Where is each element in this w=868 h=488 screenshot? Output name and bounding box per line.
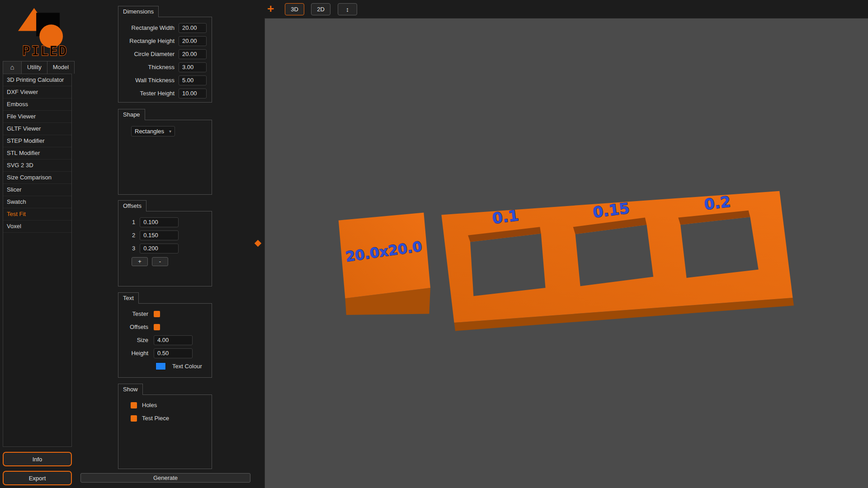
scene-canvas: 20.0x20.0 0.1 0.15 0.2 [265,19,868,488]
sidebar-item-size-comparison[interactable]: Size Comparison [3,172,71,184]
offset-row: 2 [118,229,212,242]
thickness-input[interactable] [179,62,207,72]
wall-thickness-label: Wall Thickness [135,77,175,84]
text-group: Tester Offsets Size Height Text Colour [118,303,212,378]
hole-1 [470,234,545,296]
sidebar-item-slicer[interactable]: Slicer [3,184,71,196]
hole-2 [576,225,654,286]
sidebar-item-svg-2-3d[interactable]: SVG 2 3D [3,160,71,172]
rectangle-width-input[interactable] [179,23,207,33]
add-offset-button[interactable]: + [132,257,148,266]
sidebar-item-swatch[interactable]: Swatch [3,196,71,208]
sidebar-item-file-viewer[interactable]: File Viewer [3,111,71,123]
show-holes-row: Holes [118,399,212,412]
shape-group: Rectangles ▾ [118,120,212,195]
sidebar-item-stl-modifier[interactable]: STL Modifier [3,147,71,160]
tester-height-label: Tester Height [140,90,175,97]
fit-view-button[interactable]: ↕ [338,3,357,15]
sidebar-list: 3D Printing Calculator DXF Viewer Emboss… [3,74,72,447]
home-icon: ⌂ [10,63,14,71]
export-button[interactable]: Export [3,471,72,485]
logo-text: PILED [22,43,67,59]
sidebar-item-emboss[interactable]: Emboss [3,99,71,111]
rectangle-width-label: Rectangle Width [132,24,175,31]
circle-diameter-input[interactable] [179,49,207,59]
tab-model[interactable]: Model [47,61,75,74]
wall-thickness-input[interactable] [179,75,207,85]
shape-dropdown-value: Rectangles [135,128,164,135]
hole-3-offset-label: 0.2 [703,192,732,213]
tester-text-label: Tester [118,310,148,317]
logo-graphic: PILED [18,6,71,59]
rectangle-height-input[interactable] [179,36,207,46]
sidebar-item-step-modifier[interactable]: STEP Modifier [3,135,71,147]
field-row: Tester Height [118,87,212,100]
sidebar-tabs: ⌂ Utility Model [3,61,75,74]
circle-diameter-label: Circle Diameter [134,51,175,57]
offset-row: 1 [118,216,212,229]
offset-1-input[interactable] [140,217,179,227]
sidebar-item-3d-printing-calculator[interactable]: 3D Printing Calculator [3,74,71,86]
show-group-title: Show [118,384,143,395]
holes-checkbox[interactable] [131,402,137,408]
tab-utility[interactable]: Utility [22,61,47,74]
add-icon[interactable]: + [267,1,274,16]
field-row: Rectangle Height [118,34,212,47]
tab-home[interactable]: ⌂ [3,61,22,74]
hole-1-offset-label: 0.1 [491,206,520,227]
text-size-label: Size [118,337,148,343]
show-test-piece-row: Test Piece [118,412,212,425]
sidebar-item-dxf-viewer[interactable]: DXF Viewer [3,86,71,99]
hole-3 [680,217,759,278]
text-colour-swatch[interactable] [156,362,166,370]
sidebar-item-test-fit[interactable]: Test Fit [3,208,71,221]
app-window: PILED ⌂ Utility Model 3D Printing Calcul… [0,0,868,488]
text-colour-label: Text Colour [172,363,202,370]
viewport-3d[interactable]: 20.0x20.0 0.1 0.15 0.2 [264,18,868,488]
field-row: Circle Diameter [118,47,212,61]
shape-dropdown[interactable]: Rectangles ▾ [131,126,175,136]
text-group-title: Text [118,292,139,304]
remove-offset-button[interactable]: - [152,257,168,266]
generate-button[interactable]: Generate [80,473,250,483]
chevron-down-icon: ▾ [169,129,171,134]
offsets-text-row: Offsets [118,320,212,333]
info-button[interactable]: Info [3,452,72,466]
text-colour-row: Text Colour [118,360,212,373]
field-row: Wall Thickness [118,74,212,87]
offset-row: 3 [118,242,212,255]
splitter-diamond-icon [255,240,262,247]
show-group: Holes Test Piece [118,394,212,469]
field-row: Thickness [118,61,212,74]
tester-text-checkbox[interactable] [154,311,160,317]
dimensions-group-title: Dimensions [118,6,159,17]
test-piece-model: 20.0x20.0 [339,213,430,315]
app-logo: PILED [18,6,71,60]
text-height-label: Height [118,350,148,357]
test-piece-label-text: Test Piece [142,415,169,422]
rectangle-height-label: Rectangle Height [129,38,175,44]
offset-3-input[interactable] [140,244,179,253]
offset-3-label: 3 [132,245,135,252]
test-piece-checkbox[interactable] [131,415,137,422]
splitter-handle[interactable] [255,241,260,246]
text-size-input[interactable] [154,335,193,345]
thickness-label: Thickness [148,64,175,70]
shape-group-title: Shape [118,109,145,120]
offset-1-label: 1 [132,219,135,225]
sidebar-item-voxel[interactable]: Voxel [3,221,71,233]
field-row: Rectangle Width [118,21,212,34]
offset-buttons: + - [118,257,212,266]
offsets-text-label: Offsets [118,324,148,330]
text-height-input[interactable] [154,348,193,358]
view-2d-button[interactable]: 2D [311,3,330,15]
tester-text-row: Tester [118,307,212,320]
view-3d-button[interactable]: 3D [285,3,304,15]
tester-height-input[interactable] [179,89,207,99]
offsets-text-checkbox[interactable] [154,324,160,330]
text-height-row: Height [118,347,212,360]
dimensions-group: Rectangle Width Rectangle Height Circle … [118,17,212,103]
sidebar-item-gltf-viewer[interactable]: GLTF Viewer [3,123,71,135]
holes-label: Holes [142,402,157,408]
offset-2-input[interactable] [140,230,179,240]
